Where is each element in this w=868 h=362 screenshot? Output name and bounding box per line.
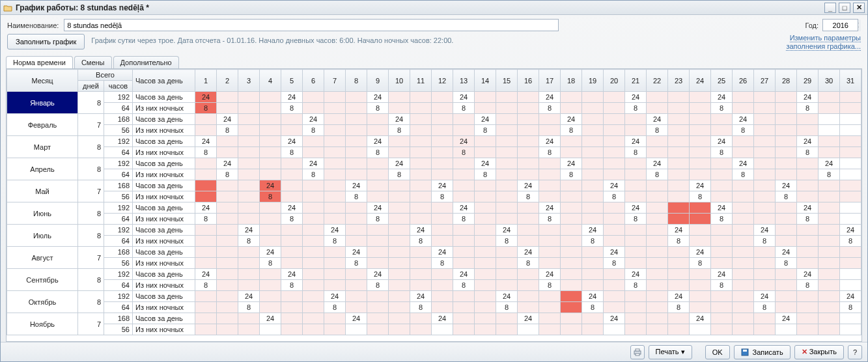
cell[interactable]	[410, 247, 432, 258]
printer-icon[interactable]	[630, 345, 645, 359]
cell[interactable]	[518, 291, 539, 302]
cell[interactable]	[217, 269, 238, 280]
cell[interactable]	[432, 169, 453, 180]
days-total[interactable]: 8	[78, 136, 104, 158]
hours-total[interactable]: 192	[104, 269, 133, 280]
cell[interactable]	[324, 214, 346, 225]
cell[interactable]	[668, 158, 690, 169]
days-total[interactable]: 7	[78, 247, 104, 269]
cell[interactable]: 24	[432, 247, 453, 258]
cell[interactable]	[496, 280, 518, 291]
cell[interactable]: 24	[367, 269, 389, 280]
col-day-28[interactable]: 28	[776, 70, 797, 92]
cell[interactable]: 24	[711, 92, 733, 103]
cell[interactable]: 24	[754, 225, 776, 236]
cell[interactable]	[518, 302, 539, 313]
cell[interactable]	[604, 147, 625, 158]
cell[interactable]: 24	[582, 291, 604, 302]
cell[interactable]: 24	[819, 158, 840, 169]
cell[interactable]: 24	[776, 313, 797, 324]
cell[interactable]	[733, 202, 754, 214]
cell[interactable]	[840, 125, 861, 136]
cell[interactable]	[690, 236, 711, 247]
cell[interactable]	[840, 180, 861, 191]
cell[interactable]: 8	[496, 236, 518, 247]
help-icon[interactable]: ?	[848, 345, 862, 359]
col-day-2[interactable]: 2	[217, 70, 238, 92]
change-params-link-2[interactable]: заполнения графика...	[786, 42, 861, 51]
cell[interactable]	[475, 136, 496, 147]
cell[interactable]: 8	[690, 258, 711, 269]
cell[interactable]: 24	[195, 202, 217, 214]
cell[interactable]	[324, 180, 346, 191]
cell[interactable]	[324, 247, 346, 258]
cell[interactable]	[195, 302, 217, 313]
night-hours-total[interactable]: 56	[104, 258, 133, 269]
cell[interactable]	[690, 136, 711, 147]
night-hours-total[interactable]: 64	[104, 214, 133, 225]
cell[interactable]	[561, 247, 582, 258]
night-hours-total[interactable]: 56	[104, 191, 133, 202]
cell[interactable]	[496, 92, 518, 103]
cell[interactable]	[604, 114, 625, 125]
col-month[interactable]: Месяц	[7, 70, 78, 92]
cell[interactable]	[840, 147, 861, 158]
cell[interactable]	[496, 258, 518, 269]
cell[interactable]	[475, 147, 496, 158]
cell[interactable]	[625, 324, 647, 335]
cell[interactable]	[260, 136, 281, 147]
cell[interactable]	[281, 291, 303, 302]
cell[interactable]	[518, 225, 539, 236]
cell[interactable]	[432, 269, 453, 280]
cell[interactable]	[281, 180, 303, 191]
night-hours-total[interactable]: 64	[104, 103, 133, 114]
cell[interactable]: 8	[539, 103, 561, 114]
cell[interactable]	[303, 147, 324, 158]
cell[interactable]	[539, 247, 561, 258]
cell[interactable]	[604, 302, 625, 313]
cell[interactable]: 8	[582, 302, 604, 313]
col-day-6[interactable]: 6	[303, 70, 324, 92]
cell[interactable]: 8	[303, 125, 324, 136]
cell[interactable]	[303, 225, 324, 236]
close-footer-button[interactable]: ✕Закрыть	[794, 345, 844, 359]
col-day-7[interactable]: 7	[324, 70, 346, 92]
cell[interactable]	[410, 158, 432, 169]
month-Июль[interactable]: Июль	[7, 225, 78, 247]
cell[interactable]	[346, 214, 367, 225]
cell[interactable]	[367, 302, 389, 313]
cell[interactable]	[389, 269, 410, 280]
cell[interactable]	[346, 269, 367, 280]
cell[interactable]	[561, 313, 582, 324]
col-hours-per-day[interactable]: Часов за день	[133, 70, 195, 92]
cell[interactable]	[604, 214, 625, 225]
cell[interactable]	[217, 236, 238, 247]
cell[interactable]	[432, 147, 453, 158]
cell[interactable]	[367, 169, 389, 180]
cell[interactable]	[195, 191, 217, 202]
cell[interactable]	[733, 236, 754, 247]
cell[interactable]	[453, 169, 475, 180]
cell[interactable]	[260, 291, 281, 302]
cell[interactable]: 24	[260, 247, 281, 258]
cell[interactable]: 8	[625, 103, 647, 114]
cell[interactable]: 8	[711, 147, 733, 158]
cell[interactable]: 24	[496, 291, 518, 302]
cell[interactable]	[260, 214, 281, 225]
cell[interactable]: 8	[819, 169, 840, 180]
col-day-8[interactable]: 8	[346, 70, 367, 92]
cell[interactable]	[389, 236, 410, 247]
cell[interactable]	[260, 280, 281, 291]
cell[interactable]	[518, 324, 539, 335]
cell[interactable]	[324, 269, 346, 280]
cell[interactable]	[754, 269, 776, 280]
cell[interactable]: 8	[281, 214, 303, 225]
cell[interactable]: 24	[367, 202, 389, 214]
cell[interactable]	[776, 302, 797, 313]
cell[interactable]	[582, 202, 604, 214]
cell[interactable]	[819, 147, 840, 158]
cell[interactable]: 8	[281, 103, 303, 114]
cell[interactable]: 24	[346, 180, 367, 191]
cell[interactable]	[539, 225, 561, 236]
cell[interactable]	[496, 147, 518, 158]
